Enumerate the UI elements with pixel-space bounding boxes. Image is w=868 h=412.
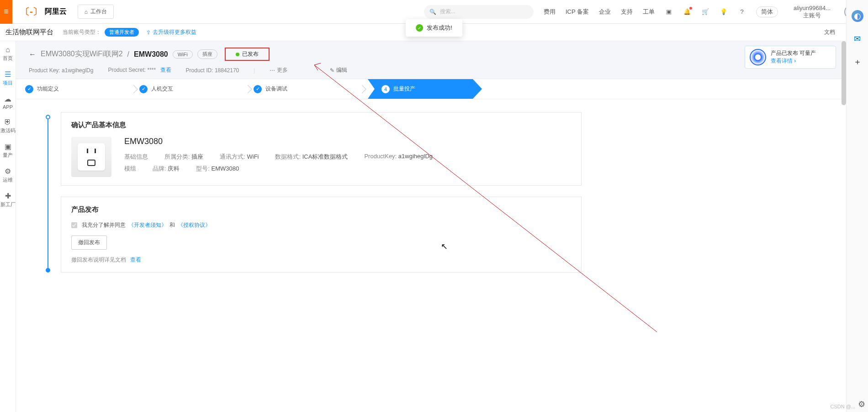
- project-icon: ☰: [5, 70, 11, 79]
- account-sub: 主账号: [803, 12, 821, 19]
- search-box[interactable]: 🔍 搜索...: [424, 5, 534, 19]
- product-key: Product Key: a1wgiheglDg: [29, 67, 93, 74]
- success-toast: ✓ 发布成功!: [406, 19, 462, 37]
- step-3[interactable]: ✓设备调试: [254, 79, 368, 99]
- card1-title: 确认产品基本信息: [71, 121, 571, 129]
- steps: ✓功能定义✓人机交互✓设备调试4批量投产: [16, 79, 846, 99]
- nav-ops[interactable]: ⚙运维: [3, 167, 13, 183]
- check-icon: ✓: [254, 85, 262, 93]
- nav-nf[interactable]: ✚新工厂: [0, 192, 16, 208]
- check-icon: ✓: [139, 85, 148, 93]
- timeline-line: [48, 119, 48, 268]
- link-icp[interactable]: ICP 备案: [566, 8, 589, 16]
- breadcrumb-current: EMW3080: [134, 50, 168, 59]
- dev-notice-link[interactable]: 《开发者须知》: [128, 221, 167, 229]
- agree-prefix: 我充分了解并同意: [82, 221, 126, 229]
- info-name: EMW3080: [124, 137, 571, 146]
- workspace-label: 工作台: [90, 8, 107, 16]
- status-text: 已发布: [242, 50, 259, 58]
- acct-type-badge: 普通开发者: [105, 28, 139, 37]
- check-icon: ✓: [25, 85, 33, 93]
- breadcrumb-parent[interactable]: EMW3080实现WiFi联网2: [41, 49, 123, 59]
- card-confirm-info: 确认产品基本信息 EMW3080 基础信息 所属分类: 插座通讯方式: WiFi…: [61, 112, 582, 186]
- watermark: CSDN @...: [830, 404, 855, 409]
- main-area: ← EMW3080实现WiFi联网2 / EMW3080 WiFi 插座 已发布…: [16, 41, 846, 412]
- logo-text: 阿里云: [45, 7, 67, 16]
- back-arrow[interactable]: ←: [29, 50, 36, 59]
- nav-home[interactable]: ⌂首页: [3, 46, 13, 62]
- home-icon: ⌂: [85, 9, 88, 15]
- right-rail: ◐ ✉ ＋: [846, 0, 868, 412]
- cart-icon[interactable]: 🛒: [701, 8, 709, 16]
- more-dots-icon: ⋯: [270, 67, 275, 74]
- scrollbar[interactable]: [842, 41, 846, 105]
- product-id: Product ID: 18842170: [186, 67, 239, 74]
- toast-text: 发布成功!: [427, 24, 452, 32]
- mass-production-card[interactable]: 产品已发布 可量产 查看详情 ›: [745, 46, 836, 69]
- bell-icon[interactable]: 🔔: [683, 8, 691, 16]
- search-placeholder: 搜索...: [440, 8, 455, 16]
- product-secret: Product Secret: **** 查看: [108, 66, 171, 74]
- revoke-doc-note: 撤回发布说明详见文档 查看: [71, 256, 571, 264]
- aliyun-logo-icon: 〔-〕: [21, 5, 42, 18]
- platform-title: 生活物联网平台: [5, 28, 53, 37]
- revoke-publish-button[interactable]: 撤回发布: [71, 235, 107, 250]
- menu-toggle[interactable]: ≡: [0, 0, 12, 24]
- robot-icon: [750, 49, 766, 65]
- link-ticket[interactable]: 工单: [643, 8, 655, 16]
- upgrade-text: 去升级得更多权益: [153, 28, 196, 36]
- nav-code[interactable]: ⛨激活码: [0, 118, 16, 134]
- nav-app[interactable]: ☁APP: [3, 95, 13, 110]
- check-icon: ✓: [416, 24, 423, 32]
- doc-link[interactable]: 文档: [824, 28, 835, 36]
- bulb-icon[interactable]: 💡: [720, 8, 728, 16]
- edit-link[interactable]: ✎ 编辑: [330, 66, 347, 74]
- copilot-icon[interactable]: ◐: [852, 10, 863, 22]
- search-icon: 🔍: [429, 9, 436, 15]
- nf-icon: ✚: [5, 192, 11, 200]
- nav-project[interactable]: ☰项目: [3, 70, 13, 86]
- auth-agreement-link[interactable]: 《授权协议》: [178, 221, 211, 229]
- status-published-box: 已发布: [225, 48, 270, 61]
- status-dot-icon: [236, 53, 239, 56]
- content: 确认产品基本信息 EMW3080 基础信息 所属分类: 插座通讯方式: WiFi…: [16, 99, 846, 285]
- agree-checkbox[interactable]: [71, 222, 77, 228]
- left-nav: ⌂首页☰项目☁APP⛨激活码▣量产⚙运维✚新工厂: [0, 41, 16, 412]
- cloud-shell-icon[interactable]: ▣: [665, 8, 673, 16]
- step-2[interactable]: ✓人机交互: [139, 79, 254, 99]
- pencil-icon: ✎: [330, 67, 334, 74]
- account-name: aliyun99684...: [794, 5, 831, 12]
- timeline-dot-fill: [46, 268, 50, 273]
- link-enterprise[interactable]: 企业: [599, 8, 611, 16]
- add-tool-icon[interactable]: ＋: [852, 56, 863, 68]
- agree-mid: 和: [169, 221, 175, 229]
- outlook-icon[interactable]: ✉: [852, 33, 863, 45]
- help-icon[interactable]: ?: [738, 8, 746, 16]
- card2-title: 产品发布: [71, 205, 571, 214]
- tag-plug: 插座: [197, 49, 217, 59]
- step-1[interactable]: ✓功能定义: [25, 79, 139, 99]
- link-support[interactable]: 支持: [621, 8, 633, 16]
- lang-switch[interactable]: 简体: [756, 6, 778, 17]
- account-block[interactable]: aliyun99684... 主账号: [794, 5, 831, 19]
- upload-icon: ⇪: [146, 29, 151, 36]
- upgrade-link[interactable]: ⇪ 去升级得更多权益: [146, 28, 196, 36]
- agree-row: 我充分了解并同意 《开发者须知》 和 《授权协议》: [71, 221, 571, 229]
- view-secret-link[interactable]: 查看: [160, 67, 171, 73]
- mass-card-line1: 产品已发布 可量产: [771, 49, 816, 57]
- workspace-button[interactable]: ⌂ 工作台: [78, 5, 114, 19]
- nav-mass[interactable]: ▣量产: [3, 142, 13, 159]
- mass-icon: ▣: [5, 142, 11, 151]
- more-dropdown[interactable]: ⋯ 更多: [270, 66, 288, 74]
- revoke-doc-link[interactable]: 查看: [130, 257, 141, 263]
- link-cost[interactable]: 费用: [544, 8, 556, 16]
- code-icon: ⛨: [4, 118, 11, 126]
- breadcrumb-sep: /: [127, 50, 129, 59]
- settings-gear-icon[interactable]: ⚙: [858, 399, 865, 409]
- mass-card-detail-link[interactable]: 查看详情 ›: [771, 57, 816, 65]
- step-4[interactable]: 4批量投产: [368, 79, 482, 99]
- logo[interactable]: 〔-〕 阿里云: [12, 5, 75, 18]
- chevron-right-icon: ›: [794, 58, 796, 64]
- timeline: [43, 112, 53, 273]
- home-icon: ⌂: [5, 46, 10, 54]
